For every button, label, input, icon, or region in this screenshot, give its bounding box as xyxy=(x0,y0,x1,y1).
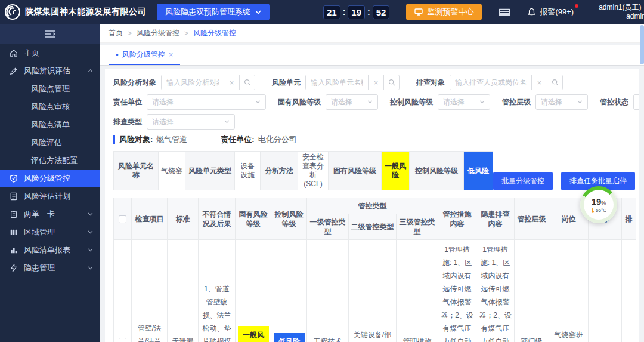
sidebar-item-risk-identification[interactable]: 风险辨识评估 xyxy=(0,62,100,80)
breadcrumb-home[interactable]: 首页 xyxy=(109,28,123,38)
select-placeholder: 请选择 xyxy=(541,97,562,107)
system-select-label: 风险隐患双预防管理系统 xyxy=(165,7,250,17)
sidebar-item-risk-list-report[interactable]: 风险清单报表 xyxy=(0,241,100,259)
chevron-down-icon xyxy=(577,100,583,104)
main-table-wrap: 检查项目 标准 不符合情况及后果 固有风险等级 控制风险等级 管控类型 管控措施… xyxy=(113,198,631,342)
sidebar-item-area-management[interactable]: 区域管理 xyxy=(0,223,100,241)
inherent-level-select[interactable]: 请选择 xyxy=(326,94,378,110)
breadcrumb-separator: > xyxy=(128,29,132,38)
cell-post: 气烧窑班长 xyxy=(549,240,589,342)
duty-unit-label: 责任单位: xyxy=(221,134,254,145)
chevron-down-icon xyxy=(88,212,93,216)
analysis-object-input[interactable] xyxy=(162,75,224,90)
risk-unit-input-group: × xyxy=(305,75,400,90)
cell-standard: 无泄漏 xyxy=(168,240,199,342)
system-monitor-widget[interactable]: 19% 66°C xyxy=(580,186,617,223)
sidebar-item-risk-point-list[interactable]: 风险点清单 xyxy=(0,116,100,134)
sidebar-item-home[interactable]: 主页 xyxy=(0,44,100,62)
breadcrumb-parent[interactable]: 风险分级管控 xyxy=(137,28,179,38)
tab-risk-grading-control[interactable]: ● 风险分级管控 × xyxy=(109,45,180,65)
summary-row: 风险单元名称 气烧窑 风险单元类型 设备设施 分析方法 安全检查表分析(SCL)… xyxy=(113,151,631,190)
vertical-scrollbar[interactable] xyxy=(640,25,644,340)
chevron-down-icon xyxy=(88,230,93,234)
col-extra-2: 排 xyxy=(622,198,636,240)
check-object-input-group: × xyxy=(450,75,563,90)
clear-icon[interactable]: × xyxy=(368,75,383,90)
search-icon[interactable] xyxy=(383,75,399,90)
monitor-warning-center-button[interactable]: 监测预警中心 xyxy=(406,4,482,20)
tab-close-icon[interactable]: × xyxy=(169,50,174,59)
summary-method-value: 安全检查表分析(SCL) xyxy=(298,151,329,190)
control-level-select[interactable]: 请选择 xyxy=(438,94,490,110)
control-level-label: 控制风险等级 xyxy=(390,97,433,107)
summary-control-value: 低风险 xyxy=(463,151,493,190)
clear-icon[interactable]: × xyxy=(531,75,547,90)
cell-layer: 部门级 xyxy=(515,240,549,342)
sidebar-item-label: 区域管理 xyxy=(24,227,55,238)
cell-control-level: 低风险 xyxy=(271,240,307,342)
keyboard-icon[interactable] xyxy=(499,8,510,16)
batch-grading-control-button[interactable]: 批量分级管控 xyxy=(493,172,553,190)
cell-inspection: 1管理措施: 1、区域内设有远传可燃气体报警器；2、设有煤气压力低自动切断连锁。… xyxy=(476,240,515,342)
clock-separator: : xyxy=(367,7,370,17)
col-type-level-1: 一级管控类型 xyxy=(307,214,349,240)
gauge-percent-value: 19 xyxy=(592,196,602,207)
col-group-control-type: 管控类型 xyxy=(307,198,438,214)
chevron-down-icon xyxy=(224,120,230,124)
tab-bar: ● 风险分级管控 × xyxy=(100,45,644,66)
chevron-down-icon xyxy=(367,100,373,104)
inherent-level-label: 固有风险等级 xyxy=(278,97,321,107)
company-logo-icon xyxy=(5,4,20,20)
col-type-level-3: 三级管控类型 xyxy=(397,214,438,240)
control-layer-select[interactable]: 请选择 xyxy=(535,94,588,110)
sidebar-item-risk-point-review[interactable]: 风险点审核 xyxy=(0,98,100,116)
sidebar-item-hidden-danger-management[interactable]: 隐患管理 xyxy=(0,259,100,277)
edit-icon xyxy=(10,67,18,75)
sidebar-item-risk-assessment[interactable]: 风险评估 xyxy=(0,134,100,152)
risk-object-label: 风险对象: xyxy=(119,134,153,145)
clear-icon[interactable]: × xyxy=(224,75,239,90)
sidebar-item-risk-grading-control[interactable]: 风险分级管控 xyxy=(0,170,100,187)
cell-nonconform: 1、管道管壁破损、法兰松动、垫片破损煤气泄漏人员吸入、泄漏煤气遇火源着 xyxy=(199,240,236,342)
row-checkbox[interactable] xyxy=(119,338,126,342)
control-status-select[interactable]: 请选择 xyxy=(633,94,639,110)
sidebar-item-assessment-method-config[interactable]: 评估方法配置 xyxy=(0,152,100,170)
shield-icon xyxy=(10,174,18,183)
check-object-label: 排查对象 xyxy=(416,78,445,88)
duty-unit-value: 电化分公司 xyxy=(258,134,297,145)
breadcrumb-separator: > xyxy=(184,29,188,38)
sidebar-collapse-button[interactable] xyxy=(0,24,100,44)
search-icon[interactable] xyxy=(547,75,562,90)
document-icon xyxy=(10,192,18,201)
check-type-select[interactable]: 请选择 xyxy=(147,114,235,130)
col-layer: 管控层级 xyxy=(515,198,549,240)
system-select-button[interactable]: 风险隐患双预防管理系统 xyxy=(157,4,270,20)
user-menu[interactable]: admin1(员工) admin1 xyxy=(599,3,644,21)
home-icon xyxy=(10,49,18,57)
alarm-button[interactable]: 报警(99+) xyxy=(527,7,574,17)
brand: 陕煤集团神木能源发展有限公司 xyxy=(5,4,146,20)
chevron-down-icon xyxy=(88,266,93,270)
control-status-label: 管控状态 xyxy=(600,97,628,107)
cell-extra-2 xyxy=(622,240,636,342)
alarm-badge-dot xyxy=(575,4,578,8)
scrollbar-thumb[interactable] xyxy=(640,25,644,64)
clock-separator: : xyxy=(343,7,346,17)
columns-icon xyxy=(10,228,18,236)
tab-active-dot: ● xyxy=(116,52,119,57)
check-object-input[interactable] xyxy=(450,75,531,90)
search-icon[interactable] xyxy=(239,75,255,90)
chevron-down-icon xyxy=(255,100,261,104)
collapse-menu-icon xyxy=(45,30,55,38)
col-inspection: 隐患排查内容 xyxy=(476,198,515,240)
main-content: 首页 > 风险分级管控 > 风险分级管控 ● 风险分级管控 × 风险分析对象 × xyxy=(100,24,644,342)
sidebar-item-risk-assessment-plan[interactable]: 风险评估计划 xyxy=(0,187,100,205)
sidebar-item-risk-point-management[interactable]: 风险点管理 xyxy=(0,80,100,98)
col-standard: 标准 xyxy=(168,198,199,240)
select-all-checkbox[interactable] xyxy=(119,215,126,223)
sidebar-item-two-lists-three-cards[interactable]: 两单三卡 xyxy=(0,205,100,223)
action-buttons: 批量分级管控 排查任务批量启停 xyxy=(493,172,635,190)
duty-unit-select[interactable]: 请选择 xyxy=(147,94,266,110)
risk-unit-input[interactable] xyxy=(306,75,368,90)
cell-check-item: 管壁/法兰/法兰跨接线路 xyxy=(132,240,168,342)
